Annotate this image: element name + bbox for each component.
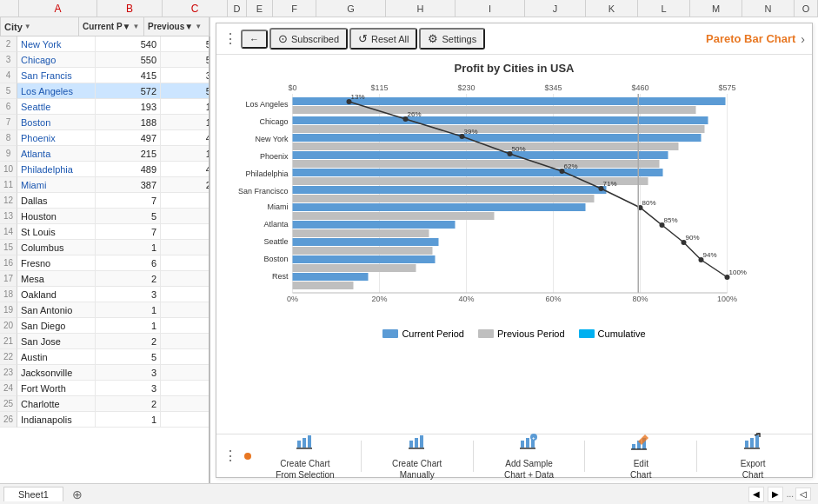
cell-city: Mesa — [17, 271, 96, 286]
table-row[interactable]: 10Philadelphia489470 — [0, 162, 209, 177]
add-sheet-button[interactable]: ⊕ — [65, 486, 90, 503]
table-row[interactable]: 17Mesa22 — [0, 271, 209, 287]
row-number: 16 — [0, 255, 17, 271]
svg-text:$575: $575 — [718, 83, 735, 92]
table-row[interactable]: 19San Antonio12 — [0, 302, 209, 318]
svg-rect-32 — [293, 177, 648, 185]
cell-city: Houston — [17, 209, 96, 223]
svg-rect-95 — [755, 435, 759, 448]
table-row[interactable]: 9Atlanta215180 — [0, 146, 209, 162]
th-city[interactable]: City ▼ — [1, 17, 79, 36]
export-chart-icon — [742, 432, 763, 453]
row-number: 3 — [0, 52, 17, 68]
toolbar-drag-handle[interactable]: ⋮ — [223, 30, 236, 47]
table-body: 2New York5405103Chicago5505454San Franci… — [0, 36, 210, 483]
table-row[interactable]: 4San Francis415399 — [0, 68, 209, 83]
row-number: 23 — [0, 365, 17, 381]
create-manually-button[interactable]: Create Chart Manually — [365, 428, 469, 484]
cell-city: San Francis — [17, 68, 96, 83]
scroll-left-button[interactable]: ◀ — [748, 487, 764, 502]
cell-city: St Louis — [17, 224, 96, 239]
subscribed-button[interactable]: ⊙ Subscribed — [269, 28, 348, 50]
cell-previous: 485 — [161, 130, 210, 145]
svg-rect-76 — [303, 438, 306, 448]
svg-rect-43 — [293, 273, 369, 281]
row-number: 11 — [0, 177, 17, 193]
table-row[interactable]: 6Seattle193185 — [0, 99, 209, 115]
legend-current-color — [382, 329, 398, 338]
table-row[interactable]: 25Charlotte21 — [0, 396, 209, 412]
th-current[interactable]: Current P▼ ▼ — [79, 17, 144, 36]
svg-rect-40 — [293, 247, 433, 255]
table-row[interactable]: 15Columbus11 — [0, 240, 209, 255]
settings-button[interactable]: ⚙ Settings — [419, 28, 485, 50]
svg-rect-31 — [293, 169, 663, 176]
table-row[interactable]: 20San Diego11 — [0, 318, 209, 334]
cell-current: 5 — [96, 209, 161, 223]
pareto-bar-chart-svg: $0 $115 $230 $345 $460 $575 — [227, 80, 801, 323]
current-filter-icon[interactable]: ▼ — [132, 23, 139, 30]
scroll-page-button[interactable]: ◁ — [795, 487, 811, 501]
cell-current: 2 — [96, 334, 161, 348]
table-row[interactable]: 14St Louis74 — [0, 224, 209, 240]
table-row[interactable]: 26Indianapolis12 — [0, 412, 209, 428]
table-row[interactable]: 8Phoenix497485 — [0, 130, 209, 146]
table-row[interactable]: 18Oakland31 — [0, 287, 209, 302]
table-header: City ▼ Current P▼ ▼ Previous▼ ▼ — [0, 17, 210, 36]
svg-rect-27 — [293, 134, 702, 142]
table-row[interactable]: 11Miami387267 — [0, 177, 209, 193]
sheet-tab-sheet1[interactable]: Sheet1 — [3, 487, 63, 501]
back-button[interactable]: ← — [241, 30, 268, 49]
svg-rect-84 — [526, 438, 529, 448]
scroll-right-button[interactable]: ▶ — [768, 487, 783, 502]
body-row: City ▼ Current P▼ ▼ Previous▼ ▼ 2New Yor… — [0, 17, 818, 483]
left-panel: City ▼ Current P▼ ▼ Previous▼ ▼ 2New Yor… — [0, 17, 210, 483]
cell-previous: 5 — [161, 193, 210, 208]
create-from-selection-button[interactable]: Create Chart From Selection — [253, 428, 357, 484]
svg-text:62%: 62% — [564, 162, 578, 170]
cell-current: 1 — [96, 412, 161, 427]
svg-rect-26 — [293, 125, 705, 133]
th-previous[interactable]: Previous▼ ▼ — [144, 17, 209, 36]
table-row[interactable]: 24Fort Worth33 — [0, 381, 209, 396]
table-row[interactable]: 16Fresno63 — [0, 255, 209, 271]
collapse-icon[interactable]: › — [801, 32, 805, 46]
chart-panel-title: Pareto Bar Chart — [706, 32, 795, 45]
row-number: 15 — [0, 240, 17, 255]
page-indicator: ... ◁ — [787, 487, 811, 501]
export-chart-button[interactable]: Export Chart — [701, 428, 805, 484]
table-row[interactable]: 23Jacksonville32 — [0, 365, 209, 381]
cell-previous: 267 — [161, 177, 210, 192]
cell-current: 540 — [96, 36, 161, 51]
table-row[interactable]: 12Dallas75 — [0, 193, 209, 209]
table-row[interactable]: 7Boston188163 — [0, 115, 209, 130]
cell-city: Indianapolis — [17, 412, 96, 427]
row-number: 14 — [0, 224, 17, 240]
row-number: 25 — [0, 396, 17, 412]
edit-chart-button[interactable]: Edit Chart — [589, 428, 693, 484]
add-sample-button[interactable]: + Add Sample Chart + Data — [477, 428, 582, 484]
table-row[interactable]: 3Chicago550545 — [0, 52, 209, 68]
svg-rect-79 — [409, 441, 413, 448]
svg-text:Seattle: Seattle — [263, 237, 288, 246]
cell-previous: 2 — [161, 302, 210, 317]
cell-city: Dallas — [17, 193, 96, 208]
table-row[interactable]: 2New York540510 — [0, 36, 209, 52]
previous-filter-icon[interactable]: ▼ — [195, 23, 202, 30]
table-row[interactable]: 22Austin53 — [0, 349, 209, 365]
column-headers: A B C D E F G H I J K L M N O — [0, 0, 818, 17]
bottom-drag-handle[interactable]: ⋮ — [223, 448, 236, 464]
city-filter-icon[interactable]: ▼ — [24, 23, 31, 30]
table-row[interactable]: 21San Jose23 — [0, 334, 209, 349]
table-row[interactable]: 5Los Angeles572533 — [0, 83, 209, 99]
reset-all-button[interactable]: ↺ Reset All — [349, 28, 417, 50]
back-icon: ← — [249, 34, 259, 44]
table-row[interactable]: 13Houston53 — [0, 209, 209, 224]
svg-text:San Francisco: San Francisco — [238, 187, 289, 196]
spreadsheet-app: A B C D E F G H I J K L M N O City ▼ Cur… — [0, 0, 818, 504]
svg-rect-81 — [420, 435, 423, 448]
cell-previous: 3 — [161, 349, 210, 364]
svg-text:94%: 94% — [703, 251, 717, 259]
cell-current: 489 — [96, 162, 161, 176]
cell-previous: 3 — [161, 334, 210, 348]
